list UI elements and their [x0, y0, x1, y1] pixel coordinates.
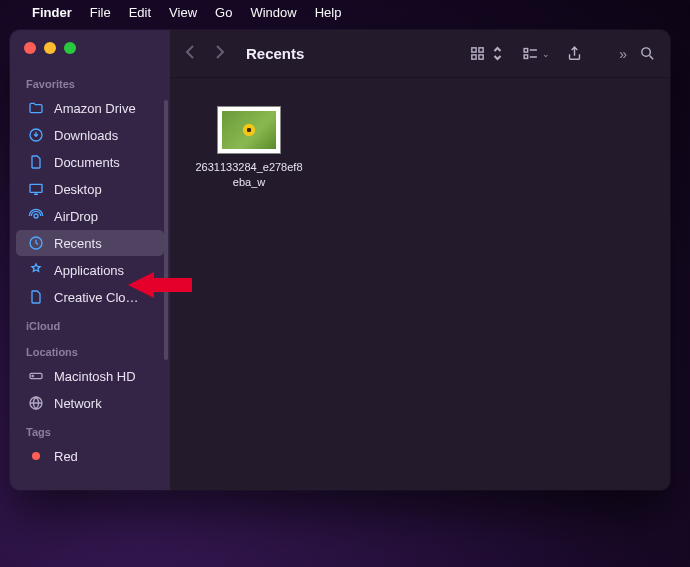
svg-rect-1 — [30, 184, 42, 192]
app-menu[interactable]: Finder — [32, 5, 72, 20]
applications-icon — [28, 262, 44, 278]
forward-button[interactable] — [214, 44, 226, 64]
sidebar-item-documents[interactable]: Documents — [16, 149, 164, 175]
sidebar-item-label: Documents — [54, 155, 120, 170]
window-controls — [10, 42, 170, 68]
fullscreen-button[interactable] — [64, 42, 76, 54]
disk-icon — [28, 368, 44, 384]
sidebar-item-label: AirDrop — [54, 209, 98, 224]
svg-point-7 — [32, 452, 40, 460]
sidebar-item-label: Recents — [54, 236, 102, 251]
chevron-down-icon: ⌄ — [542, 49, 550, 59]
sidebar-item-desktop[interactable]: Desktop — [16, 176, 164, 202]
sidebar-scrollbar[interactable] — [164, 100, 168, 360]
red-tag-icon — [28, 448, 44, 464]
sidebar-item-label: Macintosh HD — [54, 369, 136, 384]
svg-rect-9 — [479, 48, 483, 52]
download-icon — [28, 127, 44, 143]
svg-rect-13 — [524, 55, 528, 59]
menu-window[interactable]: Window — [250, 5, 296, 20]
toolbar-overflow-button[interactable]: » — [599, 45, 623, 62]
globe-icon — [28, 395, 44, 411]
svg-rect-8 — [472, 48, 476, 52]
sidebar-item-label: Downloads — [54, 128, 118, 143]
desktop-icon — [28, 181, 44, 197]
search-button[interactable] — [639, 45, 656, 62]
toolbar: Recents ⌄ » — [170, 30, 670, 78]
sidebar-item-macintosh-hd[interactable]: Macintosh HD — [16, 363, 164, 389]
document-icon — [28, 154, 44, 170]
sidebar-item-label: Network — [54, 396, 102, 411]
svg-point-2 — [34, 214, 38, 218]
file-item[interactable]: 2631133284_e278ef8eba_w — [194, 106, 304, 190]
clock-icon — [28, 235, 44, 251]
sidebar-item-label: Desktop — [54, 182, 102, 197]
sidebar-header-locations: Locations — [10, 342, 170, 362]
view-icon-grid-button[interactable] — [469, 45, 506, 62]
sidebar-item-label: Creative Clo… — [54, 290, 139, 305]
svg-point-14 — [642, 48, 651, 57]
sidebar-item-label: Applications — [54, 263, 124, 278]
group-by-button[interactable]: ⌄ — [522, 45, 550, 62]
file-thumbnail — [217, 106, 281, 154]
close-button[interactable] — [24, 42, 36, 54]
annotation-arrow — [128, 272, 192, 298]
menu-view[interactable]: View — [169, 5, 197, 20]
menu-help[interactable]: Help — [315, 5, 342, 20]
sidebar-item-recents[interactable]: Recents — [16, 230, 164, 256]
svg-point-5 — [32, 375, 33, 376]
airdrop-icon — [28, 208, 44, 224]
sidebar-item-label: Amazon Drive — [54, 101, 136, 116]
sidebar-item-amazon-drive[interactable]: Amazon Drive — [16, 95, 164, 121]
sidebar-item-tag-red[interactable]: Red — [16, 443, 164, 469]
back-button[interactable] — [184, 44, 196, 64]
file-icon — [28, 289, 44, 305]
sidebar-header-icloud: iCloud — [10, 316, 170, 336]
menubar: Finder File Edit View Go Window Help — [0, 0, 690, 24]
sidebar: Favorites Amazon Drive Downloads Documen… — [10, 30, 170, 490]
share-button[interactable] — [566, 45, 583, 62]
window-title: Recents — [246, 45, 304, 62]
sidebar-item-label: Red — [54, 449, 78, 464]
file-name-label: 2631133284_e278ef8eba_w — [194, 160, 304, 190]
minimize-button[interactable] — [44, 42, 56, 54]
menu-edit[interactable]: Edit — [129, 5, 151, 20]
main-area: Recents ⌄ » — [170, 30, 670, 490]
sidebar-header-tags: Tags — [10, 422, 170, 442]
sidebar-item-airdrop[interactable]: AirDrop — [16, 203, 164, 229]
sidebar-item-network[interactable]: Network — [16, 390, 164, 416]
file-grid[interactable]: 2631133284_e278ef8eba_w — [170, 78, 670, 490]
menu-go[interactable]: Go — [215, 5, 232, 20]
finder-window: Favorites Amazon Drive Downloads Documen… — [10, 30, 670, 490]
sidebar-header-favorites: Favorites — [10, 74, 170, 94]
folder-icon — [28, 100, 44, 116]
sidebar-item-downloads[interactable]: Downloads — [16, 122, 164, 148]
svg-rect-11 — [479, 55, 483, 59]
svg-rect-12 — [524, 49, 528, 53]
svg-rect-10 — [472, 55, 476, 59]
menu-file[interactable]: File — [90, 5, 111, 20]
